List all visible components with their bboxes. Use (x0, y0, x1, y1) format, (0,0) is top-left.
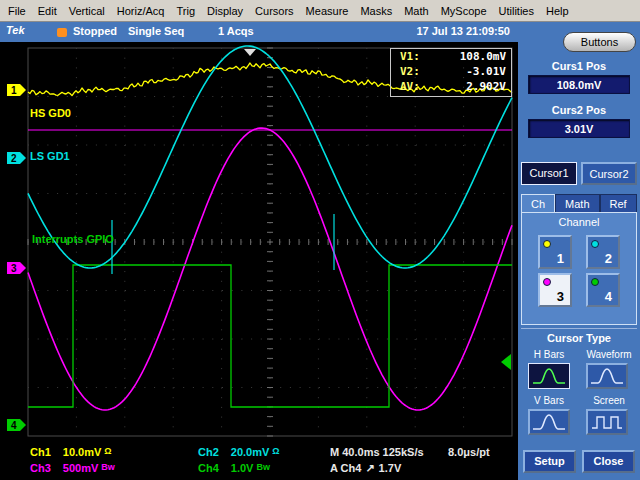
ch4-scale-readout: Ch4 1.0V Bw (198, 462, 270, 474)
channel-panel-title: Channel (522, 216, 636, 228)
readout-row-2: Ch3 500mV Bw Ch4 1.0V Bw A Ch4 ↗ 1.7V (0, 462, 518, 477)
waveform-button[interactable] (586, 363, 628, 389)
curs2-pos-value: 3.01V (528, 119, 630, 138)
waveform-label: Waveform (580, 349, 638, 360)
ch3-scale-readout: Ch3 500mV Bw (30, 462, 115, 474)
trigger-slope-icon: ↗ (365, 462, 374, 475)
screen-label: Screen (580, 395, 638, 406)
ch2-label: Ch2 (198, 446, 219, 458)
ch2-coupling-icon: Ω (272, 446, 279, 456)
resolution-value: 8.0μs/pt (448, 446, 490, 458)
channel-3-button[interactable]: 3 (538, 273, 572, 307)
trigger-source: A Ch4 (330, 462, 361, 474)
menu-item-utilities[interactable]: Utilities (493, 5, 540, 17)
channel-2-color-dot (591, 240, 599, 248)
menu-item-cursors[interactable]: Cursors (249, 5, 300, 17)
source-tabs: Ch Math Ref (521, 194, 637, 213)
menu-item-edit[interactable]: Edit (32, 5, 63, 17)
ch4-bandwidth-icon: Bw (256, 462, 270, 472)
tab-ch[interactable]: Ch (521, 194, 555, 213)
scope-display: HS GD0LS GD1Interrupts GPIO1234 Tek Stop… (0, 22, 518, 480)
ch1-label: Ch1 (30, 446, 51, 458)
menu-item-horiz-acq[interactable]: Horiz/Acq (111, 5, 171, 17)
channel-1-color-dot (543, 240, 551, 248)
ch4-scale: 1.0V (231, 462, 254, 474)
channel-4-button[interactable]: 4 (586, 273, 620, 307)
cursor2-button[interactable]: Cursor2 (581, 162, 637, 185)
datetime: 17 Jul 13 21:09:50 (416, 25, 510, 37)
channel-2-button[interactable]: 2 (586, 235, 620, 269)
status-bar: Tek Stopped Single Seq 1 Acqs 17 Jul 13 … (0, 22, 518, 42)
cursor-readout-box: V1: 108.0mV V2: -3.01V ΔV: 2.902V (390, 48, 512, 97)
channel-1-number: 1 (557, 251, 564, 266)
v1-value: 108.0mV (460, 49, 506, 64)
hbars-button[interactable] (528, 363, 570, 389)
section-divider (521, 328, 637, 329)
trigger-readout: A Ch4 ↗ 1.7V (330, 462, 401, 475)
waveform-label: HS GD0 (30, 107, 71, 119)
tab-math[interactable]: Math (555, 194, 599, 213)
curs2-pos-label: Curs2 Pos (518, 104, 640, 116)
waveform-label: Interrupts GPIO (32, 233, 114, 245)
tab-ref[interactable]: Ref (600, 194, 637, 213)
menu-item-masks[interactable]: Masks (354, 5, 398, 17)
vbars-icon (532, 412, 566, 432)
menu-item-math[interactable]: Math (398, 5, 434, 17)
curs1-pos-label: Curs1 Pos (518, 60, 640, 72)
acquisition-mode: Single Seq (128, 25, 184, 37)
hbars-label: H Bars (520, 349, 578, 360)
ch1-scale-readout: Ch1 10.0mV Ω (30, 446, 112, 458)
trigger-level-marker[interactable] (501, 354, 511, 370)
screen-button[interactable] (586, 409, 628, 435)
ch4-label: Ch4 (198, 462, 219, 474)
control-sidebar: Buttons Curs1 Pos 108.0mV Curs2 Pos 3.01… (518, 22, 640, 480)
menu-item-vertical[interactable]: Vertical (63, 5, 111, 17)
v1-label: V1: (400, 49, 420, 64)
channel-marker-number: 3 (11, 263, 17, 274)
menu-item-measure[interactable]: Measure (300, 5, 355, 17)
cursor-readout-row: V2: -3.01V (391, 64, 511, 79)
setup-button[interactable]: Setup (523, 450, 576, 473)
curs1-pos-value: 108.0mV (528, 75, 630, 94)
close-button[interactable]: Close (582, 450, 635, 473)
ch1-coupling-icon: Ω (104, 446, 111, 456)
screen-icon (590, 412, 624, 432)
channel-3-number: 3 (557, 289, 564, 304)
v2-value: -3.01V (466, 64, 506, 79)
acquisition-state: Stopped (73, 25, 117, 37)
trigger-position-marker[interactable] (244, 49, 256, 56)
delta-v-label: ΔV: (400, 79, 420, 94)
acquisition-count: 1 Acqs (218, 25, 254, 37)
vbars-button[interactable] (528, 409, 570, 435)
trigger-level: 1.7V (379, 462, 402, 474)
readout-row-1: Ch1 10.0mV Ω Ch2 20.0mV Ω M 40.0ms 125kS… (0, 446, 518, 461)
menu-item-help[interactable]: Help (540, 5, 575, 17)
channel-marker-number: 4 (11, 420, 17, 431)
run-state-icon (57, 28, 67, 37)
cursor1-button[interactable]: Cursor1 (521, 162, 577, 185)
channel-4-number: 4 (605, 289, 612, 304)
resolution-readout: 8.0μs/pt (448, 446, 490, 458)
waveform-icon (590, 366, 624, 386)
channel-marker-number: 1 (11, 85, 17, 96)
menu-item-file[interactable]: File (2, 5, 32, 17)
channel-4-color-dot (591, 278, 599, 286)
ch1-scale: 10.0mV (63, 446, 102, 458)
buttons-button[interactable]: Buttons (563, 32, 636, 52)
vbars-label: V Bars (520, 395, 578, 406)
ch3-label: Ch3 (30, 462, 51, 474)
tek-logo: Tek (6, 24, 25, 36)
channel-marker-number: 2 (11, 153, 17, 164)
ch2-scale-readout: Ch2 20.0mV Ω (198, 446, 280, 458)
timebase-readout: M 40.0ms 125kS/s (330, 446, 424, 458)
v2-label: V2: (400, 64, 420, 79)
delta-v-value: 2.902V (466, 79, 506, 94)
cursor-type-label: Cursor Type (518, 332, 640, 344)
ch2-scale: 20.0mV (231, 446, 270, 458)
menu-item-display[interactable]: Display (201, 5, 249, 17)
timebase-value: M 40.0ms 125kS/s (330, 446, 424, 458)
menu-item-trig[interactable]: Trig (170, 5, 201, 17)
menu-item-myscope[interactable]: MyScope (435, 5, 493, 17)
channel-1-button[interactable]: 1 (538, 235, 572, 269)
ch3-bandwidth-icon: Bw (101, 462, 115, 472)
